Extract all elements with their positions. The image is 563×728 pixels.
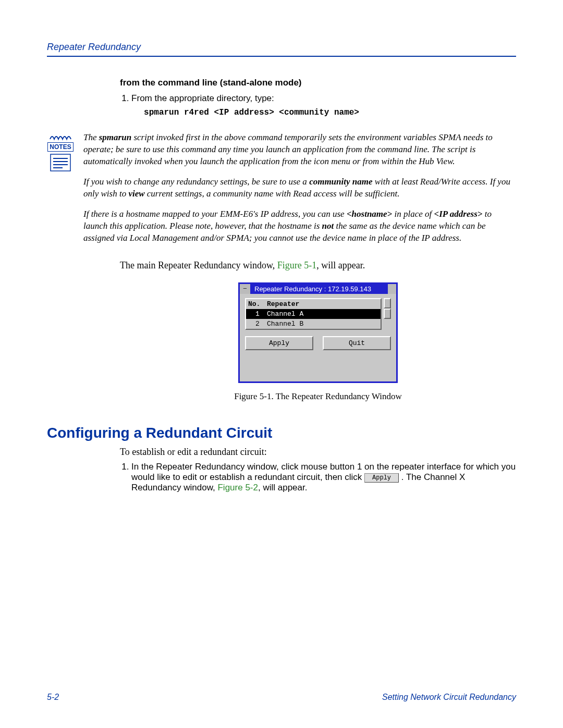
window-title: Repeater Redundancy : 172.19.59.143 <box>251 284 387 294</box>
running-header: Repeater Redundancy <box>47 42 516 56</box>
window-menu-icon[interactable]: − <box>240 284 251 294</box>
row-no: 2 <box>248 320 267 328</box>
notes-p3c: in place of <box>392 209 434 219</box>
step-text-c: , will appear. <box>258 483 308 492</box>
quit-button[interactable]: Quit <box>323 336 391 350</box>
window-decoration-box[interactable] <box>387 284 396 294</box>
scroll-up-icon[interactable] <box>384 298 391 309</box>
row-name: Channel B <box>267 320 303 328</box>
list-item[interactable]: 1 Channel A <box>246 309 381 319</box>
notes-icon: NOTES <box>47 132 74 171</box>
notes-p2e: current settings, a community name with … <box>145 189 400 199</box>
page-number: 5-2 <box>47 693 59 702</box>
notes-p1c: script invoked first in the above comman… <box>83 132 493 166</box>
notes-p3d: <IP address> <box>434 209 483 219</box>
titlebar: − Repeater Redundancy : 172.19.59.143 <box>240 284 396 294</box>
figure-caption: Figure 5-1. The Repeater Redundancy Wind… <box>120 391 516 402</box>
col-repeater: Repeater <box>267 300 299 308</box>
after-notes-para: The main Repeater Redundancy window, Fig… <box>120 260 516 271</box>
row-name: Channel A <box>267 310 303 318</box>
notes-p2d: view <box>128 189 144 199</box>
standalone-subhead: from the command line (stand-alone mode) <box>120 78 516 88</box>
section-heading-configuring: Configuring a Redundant Circuit <box>47 425 516 441</box>
notes-p3b: <hostname> <box>347 209 392 219</box>
svg-rect-0 <box>51 154 70 171</box>
list-header: No. Repeater <box>246 299 381 309</box>
notes-label: NOTES <box>47 142 73 152</box>
notes-p2b: community name <box>309 177 372 187</box>
header-rule <box>47 56 516 57</box>
configure-step-1: In the Repeater Redundancy window, click… <box>131 462 516 493</box>
apply-inline-button: Apply <box>364 473 399 483</box>
row-no: 1 <box>248 310 267 318</box>
footer-chapter: Setting Network Circuit Redundancy <box>382 693 516 702</box>
scrollbar[interactable] <box>384 298 391 319</box>
repeater-listbox[interactable]: No. Repeater 1 Channel A 2 Channel B <box>245 298 382 330</box>
notes-p1b: spmarun <box>99 132 131 142</box>
figure-5-1-link[interactable]: Figure 5-1 <box>277 260 317 270</box>
apply-button[interactable]: Apply <box>245 336 313 350</box>
after-notes-pre: The main Repeater Redundancy window, <box>120 260 277 270</box>
figure-5-2-link[interactable]: Figure 5-2 <box>217 483 258 492</box>
notes-p3f: not <box>322 221 334 231</box>
notes-p1a: The <box>83 132 99 142</box>
col-no: No. <box>248 300 267 308</box>
command-line: spmarun r4red <IP address> <community na… <box>144 108 516 117</box>
steps-list-2: In the Repeater Redundancy window, click… <box>120 462 516 493</box>
notes-p2a: If you wish to change any redundancy set… <box>83 177 309 187</box>
after-notes-post: , will appear. <box>316 260 365 270</box>
steps-list-1: From the appropriate directory, type: sp… <box>120 93 516 117</box>
notes-text: The spmarun script invoked first in the … <box>83 132 516 253</box>
scroll-down-icon[interactable] <box>384 309 391 319</box>
section2-intro: To establish or edit a redundant circuit… <box>120 447 516 458</box>
list-item[interactable]: 2 Channel B <box>246 319 381 329</box>
step-1: From the appropriate directory, type: sp… <box>131 93 516 117</box>
step-1-text: From the appropriate directory, type: <box>131 93 274 103</box>
repeater-redundancy-window: − Repeater Redundancy : 172.19.59.143 No… <box>238 282 398 383</box>
notes-p3a: If there is a hostname mapped to your EM… <box>83 209 347 219</box>
